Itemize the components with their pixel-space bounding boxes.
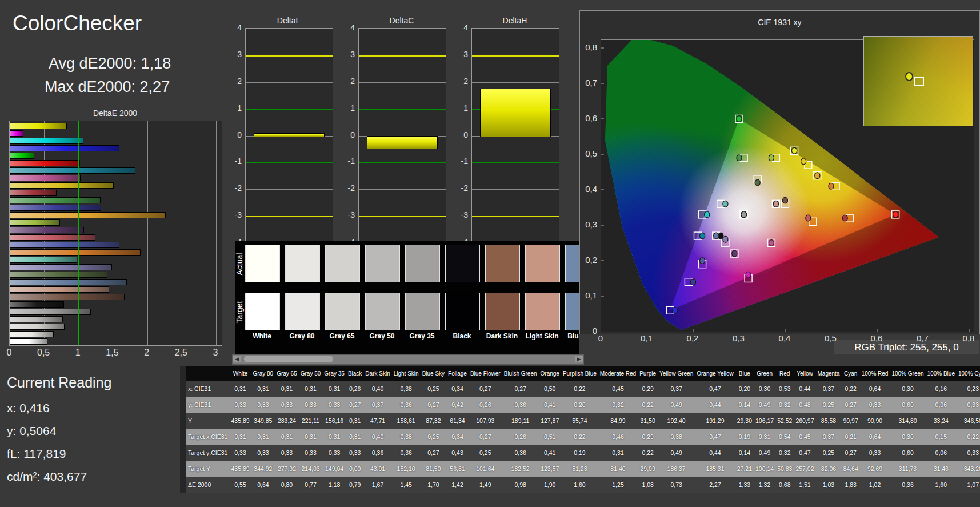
swatch-actual [365,245,400,282]
swatch-name: Gray 80 [283,332,321,340]
table-cell: 191,29 [695,413,735,429]
table-cell: 87,32 [421,413,446,429]
table-cell: 0,33 [957,397,980,413]
measured-point [741,211,746,218]
table-cell: 0,77 [299,477,323,493]
table-cell: 0,32 [775,445,794,461]
column-header: Red [775,366,794,381]
gridline [246,109,333,110]
axis-tick-label: 0,2 [687,333,699,343]
table-cell: 0,43 [446,445,469,461]
deltae-bar [10,249,141,256]
row-label: Target Y [186,461,229,477]
swatch-name: Gray 65 [323,332,361,340]
table-cell: 82,06 [816,461,842,477]
table-cell: 0,25 [421,429,446,445]
table-cell: 0,33 [229,445,251,461]
table-cell: 0,33 [299,445,323,461]
table-cell: 149,04 [322,461,346,477]
table-cell: 0,31 [275,429,299,445]
rgb-triplet-readout: RGB Triplet: 255, 255, 0 [834,340,979,354]
axis-tick-label: 0,5 [582,149,597,158]
axis-tick-label: 4 [454,23,468,32]
table-cell: 0,47 [695,381,735,397]
table-cell: 0,60 [890,445,925,461]
table-cell: 0,33 [322,445,346,461]
gridline [359,55,446,57]
table-cell: 0,32 [598,397,638,413]
table-row: Target x:CIE310,310,310,310,310,310,310,… [186,429,980,445]
swatch-scrollbar[interactable]: ◀ ▶ [232,354,584,365]
deltae-bar [10,123,67,129]
table-cell: 0,21 [841,429,859,445]
column-header: Gray 35 [322,366,346,381]
reading-value: fL: 117,819 [7,447,87,470]
scroll-left-arrow-icon[interactable]: ◀ [233,356,241,362]
deltaH-chart [471,28,559,243]
table-cell: 0,27 [841,397,859,413]
deltae-bar-chart [9,121,222,346]
table-cell: 0,80 [275,477,299,493]
table-cell: 1,25 [598,477,638,493]
table-cell: 0,42 [446,397,469,413]
table-cell: 0,37 [816,381,842,397]
table-cell: 0,30 [754,381,775,397]
deltaH-bar [480,89,551,137]
table-cell: 0,68 [775,477,794,493]
swatch-name: Blue Sky [563,332,579,340]
table-cell: 0,45 [794,429,815,445]
current-reading-values: x: 0,416y: 0,5064fL: 117,819cd/m²: 403,6… [7,401,87,493]
gridline [472,162,559,163]
table-cell: 0,00 [346,461,363,477]
deltae-bar [10,212,166,218]
row-label: Y [186,413,229,429]
table-cell: 47,71 [363,413,391,429]
table-cell: 2,27 [695,477,735,493]
table-cell: 0,31 [229,429,251,445]
axis-tick-label: 0,6 [871,333,883,343]
table-cell: 189,11 [502,413,539,429]
measured-point [893,211,898,218]
scrollbar-thumb[interactable] [244,356,333,362]
axis-tick-label: 0 [341,130,355,139]
max-de2000-readout: Max dE2000: 2,27 [45,78,170,96]
deltae-bar [10,130,23,137]
table-cell: 0,16 [926,381,957,397]
swatch-row-label: Target [235,293,244,331]
table-cell: 0,38 [392,429,421,445]
table-cell: 0,27 [469,429,502,445]
measured-point [737,155,742,161]
table-cell: 0,46 [598,429,638,445]
table-cell: 84,64 [841,461,859,477]
axis-tick-label: 0,8 [963,333,975,343]
table-cell: 85,58 [816,413,842,429]
column-header: Orange Yellow [695,366,735,381]
column-header: Yellow [794,366,815,381]
deltae-bar [10,153,34,159]
deltaL-bar [254,133,325,137]
table-cell: 0,31 [299,381,323,397]
table-cell: 0,25 [816,445,842,461]
table-cell: 0,33 [322,397,346,413]
table-cell: 0,30 [890,429,925,445]
table-cell: 214,03 [299,461,323,477]
column-header: Cyan [841,366,859,381]
table-cell: 0,49 [754,445,775,461]
table-cell: 0,26 [346,381,363,397]
column-header: Magenta [816,366,842,381]
page-title: ColorChecker [13,11,142,35]
swatch-actual [525,245,560,282]
column-header: 100% Green [890,366,925,381]
axis-tick-label: 3 [228,50,242,59]
deltae-bar [10,167,135,174]
axis-tick-label: -1 [454,157,468,166]
scroll-right-arrow-icon[interactable]: ▶ [575,356,583,362]
table-cell: 92,69 [860,461,890,477]
table-cell: 84,99 [598,413,638,429]
table-cell: 0,27 [346,397,363,413]
table-cell: 0,31 [346,429,363,445]
swatch-actual [445,245,480,282]
table-cell: 0,47 [794,445,815,461]
table-cell: 221,11 [299,413,323,429]
axis-tick-label: 0 [454,130,468,139]
